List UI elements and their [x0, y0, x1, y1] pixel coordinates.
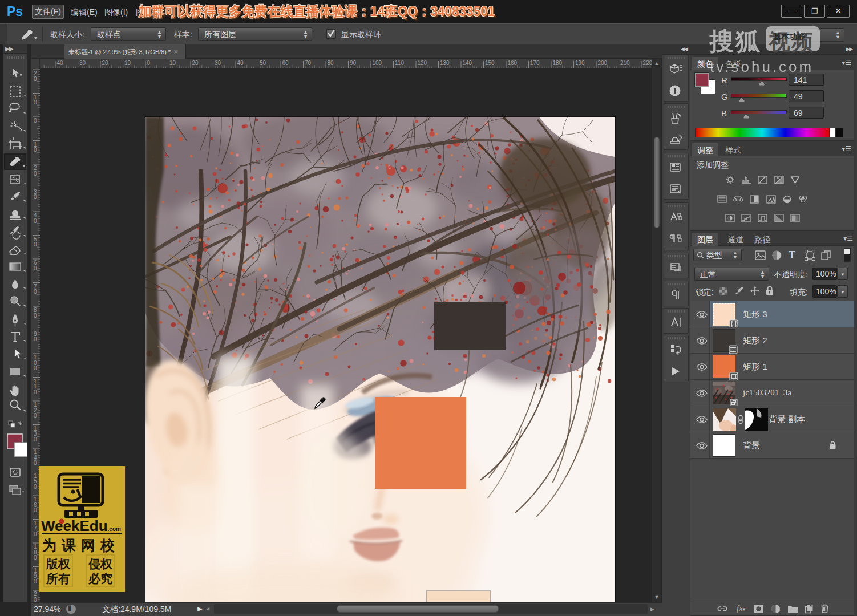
svg-text:▾: ▾: [778, 609, 780, 614]
svg-text:0: 0: [34, 507, 37, 513]
svg-text:0: 0: [34, 147, 37, 153]
svg-text:0: 0: [34, 531, 37, 537]
svg-text:190: 190: [575, 60, 585, 66]
svg-text:0: 0: [147, 60, 151, 66]
svg-text:0: 0: [34, 289, 37, 295]
svg-text:0: 0: [34, 99, 37, 106]
svg-text:40: 40: [237, 60, 244, 66]
svg-text:0: 0: [34, 389, 37, 395]
svg-text:0: 0: [34, 241, 37, 248]
svg-text:170: 170: [530, 60, 540, 66]
svg-text:20: 20: [192, 60, 199, 66]
svg-text:20: 20: [102, 60, 109, 66]
svg-text:140: 140: [463, 60, 472, 66]
svg-text:180: 180: [553, 60, 563, 66]
svg-text:220: 220: [643, 60, 652, 66]
svg-text:10: 10: [169, 60, 176, 66]
svg-text:0: 0: [34, 194, 37, 200]
svg-text:150: 150: [485, 60, 495, 66]
svg-text:0: 0: [34, 554, 37, 561]
svg-text:0: 0: [34, 265, 37, 271]
svg-text:30: 30: [79, 60, 86, 66]
svg-text:0: 0: [34, 117, 37, 124]
svg-text:0: 0: [34, 171, 37, 177]
svg-text:50: 50: [260, 60, 266, 66]
svg-text:0: 0: [34, 460, 37, 466]
svg-text:0: 0: [34, 484, 37, 490]
svg-text:120: 120: [418, 60, 427, 66]
svg-text:0: 0: [34, 313, 37, 319]
svg-text:200: 200: [598, 60, 608, 66]
svg-text:130: 130: [440, 60, 450, 66]
svg-text:0: 0: [34, 218, 37, 224]
svg-text:10: 10: [124, 60, 131, 66]
svg-text:60: 60: [282, 60, 289, 66]
svg-text:0: 0: [34, 412, 37, 419]
svg-text:0: 0: [34, 365, 37, 371]
svg-text:110: 110: [395, 60, 404, 66]
svg-text:70: 70: [305, 60, 312, 66]
svg-text:160: 160: [508, 60, 518, 66]
svg-text:0: 0: [34, 336, 37, 342]
svg-text:80: 80: [328, 60, 334, 66]
svg-text:0: 0: [34, 578, 37, 585]
svg-text:100: 100: [373, 60, 382, 66]
svg-text:30: 30: [215, 60, 221, 66]
svg-text:40: 40: [57, 60, 64, 66]
svg-text:0: 0: [34, 436, 37, 443]
svg-text:210: 210: [620, 60, 630, 66]
svg-text:90: 90: [350, 60, 357, 66]
svg-text:0: 0: [34, 76, 37, 82]
